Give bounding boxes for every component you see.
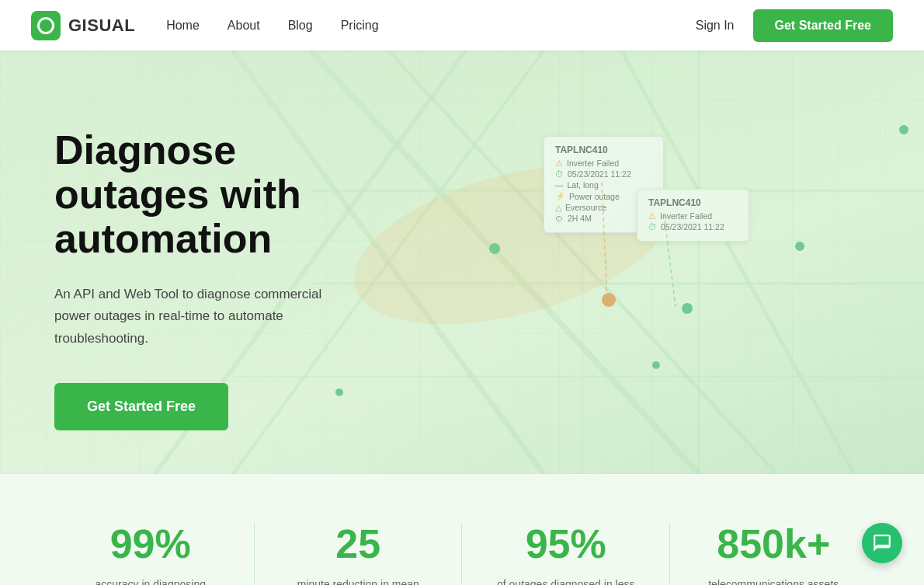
tooltip2-row2: ⏱ 05/23/2021 11:22 <box>648 222 738 232</box>
tooltip1-row1: ⚠ Inverter Failed <box>555 158 652 168</box>
hero-cta-button[interactable]: Get Started Free <box>54 383 228 430</box>
stat-label-2: of outages diagnosed in less than 2 minu… <box>496 576 636 585</box>
stat-item-2: 95% of outages diagnosed in less than 2 … <box>462 513 670 585</box>
stat-item-3: 850k+ telecommunications assets monitore… <box>670 513 878 585</box>
nav-links: Home About Blog Pricing <box>166 19 378 33</box>
stat-number-1: 25 <box>270 521 447 567</box>
hero-section: TAPLNC410 ⚠ Inverter Failed ⏱ 05/23/2021… <box>0 50 924 474</box>
stat-number-3: 850k+ <box>686 521 863 567</box>
hero-title: Diagnose outages with automation <box>54 128 349 262</box>
nav-link-blog[interactable]: Blog <box>288 19 313 33</box>
nav-link-home[interactable]: Home <box>166 19 200 33</box>
nav-cta-button[interactable]: Get Started Free <box>753 9 893 42</box>
map-dot-3 <box>899 125 908 134</box>
stat-item-0: 99% accuracy in diagnosing outages <box>47 513 255 585</box>
stat-label-1: minute reduction in mean time-to-repair <box>288 576 428 585</box>
tooltip1-row2: ⏱ 05/23/2021 11:22 <box>555 169 652 179</box>
map-dot-orange <box>602 293 616 307</box>
tooltip1-label: TAPLNC410 <box>555 145 652 155</box>
chat-widget[interactable] <box>862 523 902 563</box>
tooltip2-label: TAPLNC410 <box>648 197 738 208</box>
stat-item-1: 25 minute reduction in mean time-to-repa… <box>255 513 463 585</box>
logo[interactable]: GISUAL <box>31 11 135 40</box>
tooltip-card-2: TAPLNC410 ⚠ Inverter Failed ⏱ 05/23/2021… <box>637 189 749 242</box>
nav-link-about[interactable]: About <box>228 19 260 33</box>
hero-content: Diagnose outages with automation An API … <box>0 50 404 474</box>
tooltip2-row1: ⚠ Inverter Failed <box>648 211 738 221</box>
stat-number-2: 95% <box>478 521 655 567</box>
stats-section: 99% accuracy in diagnosing outages 25 mi… <box>0 474 924 585</box>
map-dot-4 <box>795 242 804 251</box>
logo-icon <box>31 11 61 40</box>
nav-right: Sign In Get Started Free <box>696 9 893 42</box>
map-dot-5 <box>652 361 660 369</box>
stat-number-0: 99% <box>62 521 239 567</box>
logo-text: GISUAL <box>68 16 135 36</box>
navbar: GISUAL Home About Blog Pricing Sign In G… <box>0 0 924 50</box>
nav-link-pricing[interactable]: Pricing <box>341 19 379 33</box>
hero-subtitle: An API and Web Tool to diagnose commerci… <box>54 284 349 351</box>
chat-icon <box>872 533 892 553</box>
tooltip1-row3: — Lat, long <box>555 180 652 190</box>
map-dot-2 <box>682 303 693 314</box>
stat-label-0: accuracy in diagnosing outages <box>81 576 221 585</box>
nav-left: GISUAL Home About Blog Pricing <box>31 11 379 40</box>
stat-label-3: telecommunications assets monitored <box>703 576 843 585</box>
sign-in-link[interactable]: Sign In <box>696 19 735 33</box>
map-dot-1 <box>489 243 500 254</box>
